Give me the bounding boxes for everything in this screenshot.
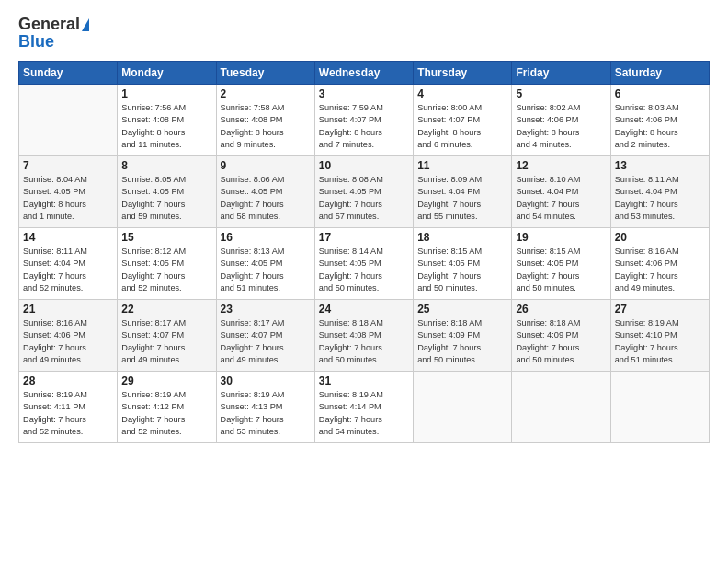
calendar-cell: 12Sunrise: 8:10 AM Sunset: 4:04 PM Dayli… (512, 156, 610, 228)
weekday-header-row: SundayMondayTuesdayWednesdayThursdayFrid… (19, 62, 710, 85)
calendar-cell: 28Sunrise: 8:19 AM Sunset: 4:11 PM Dayli… (19, 372, 118, 443)
calendar-week-row: 21Sunrise: 8:16 AM Sunset: 4:06 PM Dayli… (19, 300, 710, 372)
day-number: 28 (23, 374, 113, 387)
header: General Blue (18, 15, 710, 52)
day-number: 23 (221, 303, 311, 316)
day-info: Sunrise: 8:02 AM Sunset: 4:06 PM Dayligh… (516, 102, 606, 151)
calendar-week-row: 7Sunrise: 8:04 AM Sunset: 4:05 PM Daylig… (19, 156, 710, 228)
day-info: Sunrise: 8:05 AM Sunset: 4:05 PM Dayligh… (121, 174, 211, 223)
day-info: Sunrise: 8:14 AM Sunset: 4:05 PM Dayligh… (319, 246, 409, 294)
calendar-cell: 27Sunrise: 8:19 AM Sunset: 4:10 PM Dayli… (610, 300, 709, 372)
day-info: Sunrise: 8:17 AM Sunset: 4:07 PM Dayligh… (121, 317, 211, 366)
calendar-cell: 8Sunrise: 8:05 AM Sunset: 4:05 PM Daylig… (118, 156, 216, 228)
day-number: 9 (221, 159, 311, 172)
day-number: 27 (615, 303, 705, 316)
weekday-header-wednesday: Wednesday (314, 62, 413, 85)
calendar-cell: 26Sunrise: 8:18 AM Sunset: 4:09 PM Dayli… (512, 300, 610, 372)
page: General Blue SundayMondayTuesdayWednesda… (0, 0, 728, 563)
weekday-header-sunday: Sunday (19, 62, 118, 85)
day-info: Sunrise: 8:17 AM Sunset: 4:07 PM Dayligh… (221, 317, 311, 366)
logo-blue-text: Blue (18, 32, 54, 52)
calendar-cell (610, 372, 709, 443)
day-number: 25 (417, 303, 507, 316)
calendar-cell: 10Sunrise: 8:08 AM Sunset: 4:05 PM Dayli… (314, 156, 413, 228)
day-info: Sunrise: 8:11 AM Sunset: 4:04 PM Dayligh… (615, 174, 705, 223)
calendar-cell: 5Sunrise: 8:02 AM Sunset: 4:06 PM Daylig… (512, 85, 610, 156)
day-number: 17 (319, 231, 409, 244)
day-info: Sunrise: 7:59 AM Sunset: 4:07 PM Dayligh… (319, 102, 409, 151)
day-number: 11 (417, 159, 507, 172)
day-number: 24 (319, 303, 409, 316)
calendar-body: 1Sunrise: 7:56 AM Sunset: 4:08 PM Daylig… (19, 85, 710, 443)
calendar-cell: 14Sunrise: 8:11 AM Sunset: 4:04 PM Dayli… (19, 228, 118, 300)
day-info: Sunrise: 8:18 AM Sunset: 4:09 PM Dayligh… (516, 317, 606, 366)
day-number: 3 (319, 87, 409, 100)
weekday-header-friday: Friday (512, 62, 610, 85)
day-number: 15 (121, 231, 211, 244)
day-info: Sunrise: 8:19 AM Sunset: 4:14 PM Dayligh… (319, 389, 409, 438)
calendar-week-row: 1Sunrise: 7:56 AM Sunset: 4:08 PM Daylig… (19, 85, 710, 156)
calendar-cell: 11Sunrise: 8:09 AM Sunset: 4:04 PM Dayli… (414, 156, 512, 228)
day-info: Sunrise: 8:10 AM Sunset: 4:04 PM Dayligh… (516, 174, 606, 223)
day-info: Sunrise: 8:16 AM Sunset: 4:06 PM Dayligh… (23, 317, 113, 366)
day-info: Sunrise: 8:16 AM Sunset: 4:06 PM Dayligh… (615, 246, 705, 294)
calendar-cell: 29Sunrise: 8:19 AM Sunset: 4:12 PM Dayli… (118, 372, 216, 443)
day-number: 2 (221, 87, 311, 100)
logo-general-text: General (18, 15, 80, 34)
day-number: 22 (121, 303, 211, 316)
day-number: 16 (221, 231, 311, 244)
day-number: 5 (516, 87, 606, 100)
logo-triangle-icon (82, 18, 89, 31)
day-number: 30 (221, 374, 311, 387)
day-number: 1 (121, 87, 211, 100)
day-number: 6 (615, 87, 705, 100)
calendar-cell: 17Sunrise: 8:14 AM Sunset: 4:05 PM Dayli… (314, 228, 413, 300)
day-number: 13 (615, 159, 705, 172)
day-info: Sunrise: 8:09 AM Sunset: 4:04 PM Dayligh… (417, 174, 507, 223)
calendar-cell: 25Sunrise: 8:18 AM Sunset: 4:09 PM Dayli… (414, 300, 512, 372)
calendar-cell: 19Sunrise: 8:15 AM Sunset: 4:05 PM Dayli… (512, 228, 610, 300)
calendar-cell: 24Sunrise: 8:18 AM Sunset: 4:08 PM Dayli… (314, 300, 413, 372)
day-info: Sunrise: 8:00 AM Sunset: 4:07 PM Dayligh… (417, 102, 507, 151)
calendar-week-row: 28Sunrise: 8:19 AM Sunset: 4:11 PM Dayli… (19, 372, 710, 443)
day-number: 20 (615, 231, 705, 244)
day-info: Sunrise: 8:13 AM Sunset: 4:05 PM Dayligh… (221, 246, 311, 294)
day-number: 31 (319, 374, 409, 387)
calendar-cell: 13Sunrise: 8:11 AM Sunset: 4:04 PM Dayli… (610, 156, 709, 228)
calendar-cell (512, 372, 610, 443)
calendar-cell: 1Sunrise: 7:56 AM Sunset: 4:08 PM Daylig… (118, 85, 216, 156)
calendar-cell: 6Sunrise: 8:03 AM Sunset: 4:06 PM Daylig… (610, 85, 709, 156)
day-number: 7 (23, 159, 113, 172)
day-info: Sunrise: 8:11 AM Sunset: 4:04 PM Dayligh… (23, 246, 113, 294)
day-info: Sunrise: 8:03 AM Sunset: 4:06 PM Dayligh… (615, 102, 705, 151)
day-info: Sunrise: 8:04 AM Sunset: 4:05 PM Dayligh… (23, 174, 113, 223)
weekday-header-monday: Monday (118, 62, 216, 85)
day-info: Sunrise: 7:56 AM Sunset: 4:08 PM Dayligh… (121, 102, 211, 151)
day-info: Sunrise: 8:06 AM Sunset: 4:05 PM Dayligh… (221, 174, 311, 223)
day-info: Sunrise: 8:18 AM Sunset: 4:09 PM Dayligh… (417, 317, 507, 366)
day-number: 10 (319, 159, 409, 172)
day-number: 29 (121, 374, 211, 387)
day-number: 14 (23, 231, 113, 244)
calendar-cell (414, 372, 512, 443)
calendar-cell: 16Sunrise: 8:13 AM Sunset: 4:05 PM Dayli… (216, 228, 314, 300)
weekday-header-thursday: Thursday (414, 62, 512, 85)
calendar-table: SundayMondayTuesdayWednesdayThursdayFrid… (18, 61, 710, 443)
calendar-cell: 4Sunrise: 8:00 AM Sunset: 4:07 PM Daylig… (414, 85, 512, 156)
weekday-header-saturday: Saturday (610, 62, 709, 85)
calendar-cell: 23Sunrise: 8:17 AM Sunset: 4:07 PM Dayli… (216, 300, 314, 372)
calendar-cell: 31Sunrise: 8:19 AM Sunset: 4:14 PM Dayli… (314, 372, 413, 443)
day-info: Sunrise: 7:58 AM Sunset: 4:08 PM Dayligh… (221, 102, 311, 151)
calendar-cell: 2Sunrise: 7:58 AM Sunset: 4:08 PM Daylig… (216, 85, 314, 156)
day-info: Sunrise: 8:18 AM Sunset: 4:08 PM Dayligh… (319, 317, 409, 366)
day-info: Sunrise: 8:12 AM Sunset: 4:05 PM Dayligh… (121, 246, 211, 294)
day-info: Sunrise: 8:19 AM Sunset: 4:13 PM Dayligh… (221, 389, 311, 438)
calendar-cell: 15Sunrise: 8:12 AM Sunset: 4:05 PM Dayli… (118, 228, 216, 300)
calendar-cell: 21Sunrise: 8:16 AM Sunset: 4:06 PM Dayli… (19, 300, 118, 372)
calendar-cell: 3Sunrise: 7:59 AM Sunset: 4:07 PM Daylig… (314, 85, 413, 156)
day-number: 26 (516, 303, 606, 316)
calendar-cell: 7Sunrise: 8:04 AM Sunset: 4:05 PM Daylig… (19, 156, 118, 228)
calendar-cell (19, 85, 118, 156)
calendar-cell: 20Sunrise: 8:16 AM Sunset: 4:06 PM Dayli… (610, 228, 709, 300)
day-number: 19 (516, 231, 606, 244)
